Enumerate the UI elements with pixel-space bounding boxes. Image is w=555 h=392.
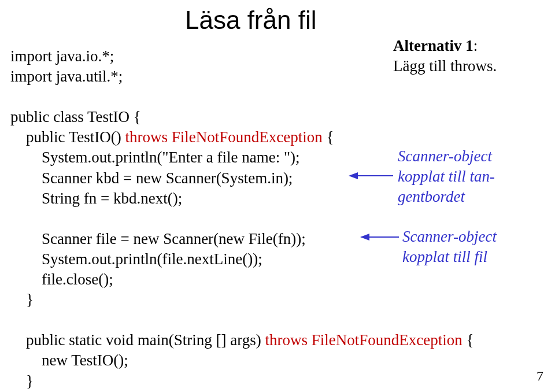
annotation-alternative: Alternativ 1: Lägg till throws. (393, 36, 497, 76)
annotation-text: Lägg till throws. (393, 56, 497, 76)
annotation-scanner-file: Scanner-object kopplat till fil (402, 227, 497, 267)
code-line (10, 209, 545, 229)
annotation-title: Alternativ 1 (393, 37, 473, 54)
code-line (10, 87, 545, 107)
code-line: public TestIO() throws FileNotFoundExcep… (10, 127, 545, 147)
code-line (10, 310, 545, 330)
code-line: public class TestIO { (10, 107, 545, 127)
annotation-scanner-kbd: Scanner-object kopplat till tan- gentbor… (398, 146, 495, 207)
throws-keyword: throws FileNotFoundException (265, 331, 462, 349)
code-line: public static void main(String [] args) … (10, 330, 545, 350)
code-line: } (10, 290, 545, 310)
code-block: import java.io.*; import java.util.*; pu… (10, 46, 545, 392)
annotation-text: gentbordet (398, 187, 495, 207)
annotation-text: Scanner-object (398, 146, 495, 167)
code-line: } (10, 371, 545, 391)
annotation-text: kopplat till fil (402, 247, 497, 267)
annotation-text: kopplat till tan- (398, 167, 495, 187)
throws-keyword: throws FileNotFoundException (125, 128, 323, 146)
page-number: 7 (536, 367, 543, 385)
page-title: Läsa från fil (185, 3, 316, 36)
code-line: new TestIO(); (10, 350, 545, 371)
code-line: file.close(); (10, 269, 545, 290)
annotation-text: Scanner-object (402, 227, 497, 247)
